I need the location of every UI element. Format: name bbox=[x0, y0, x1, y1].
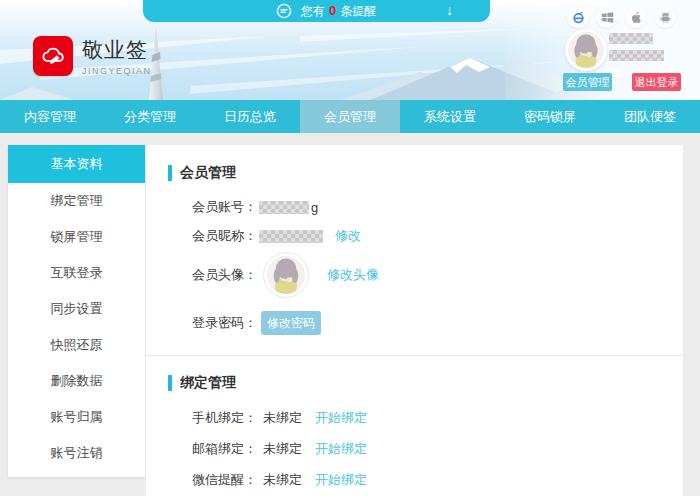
app-title: 敬业签 bbox=[82, 36, 152, 64]
sidebar: 基本资料 绑定管理 锁屏管理 互联登录 同步设置 快照还原 删除数据 账号归属 … bbox=[8, 145, 145, 477]
email-binding-row: 邮箱绑定： 未绑定 开始绑定 bbox=[192, 440, 367, 458]
phone-binding-row: 手机绑定： 未绑定 开始绑定 bbox=[192, 409, 367, 427]
phone-binding-status: 未绑定 bbox=[263, 409, 302, 427]
chat-bubble-icon bbox=[276, 3, 292, 19]
reminder-count-badge: 0 bbox=[329, 3, 336, 18]
tab-team-notes[interactable]: 团队便签 bbox=[600, 100, 700, 133]
wechat-reminder-label: 微信提醒： bbox=[192, 471, 257, 489]
sidebar-item-account-cancellation[interactable]: 账号注销 bbox=[8, 435, 145, 471]
password-row: 登录密码： 修改密码 bbox=[192, 311, 321, 335]
reminder-status-text: 您有0条提醒 bbox=[301, 0, 376, 22]
account-visible-suffix: g bbox=[311, 200, 318, 215]
modify-password-button[interactable]: 修改密码 bbox=[261, 311, 321, 335]
nickname-label: 会员昵称： bbox=[192, 227, 257, 245]
notification-bar[interactable]: 您有0条提醒 ↓ bbox=[143, 0, 490, 22]
password-label: 登录密码： bbox=[192, 314, 257, 332]
sidebar-item-binding-manage[interactable]: 绑定管理 bbox=[8, 183, 145, 219]
tab-member-manage[interactable]: 会员管理 bbox=[300, 100, 400, 133]
sidebar-item-sync-settings[interactable]: 同步设置 bbox=[8, 291, 145, 327]
cloud-pen-logo-icon bbox=[33, 36, 73, 76]
platform-icons bbox=[567, 6, 683, 28]
main-nav: 内容管理 分类管理 日历总览 会员管理 系统设置 密码锁屏 团队便签 bbox=[0, 100, 700, 133]
email-start-binding-link[interactable]: 开始绑定 bbox=[315, 440, 367, 458]
sidebar-item-snapshot-restore[interactable]: 快照还原 bbox=[8, 327, 145, 363]
blurred-username-line1 bbox=[609, 33, 653, 44]
wechat-reminder-row: 微信提醒： 未绑定 开始绑定 bbox=[192, 471, 367, 489]
android-icon[interactable] bbox=[654, 6, 676, 28]
logout-button[interactable]: 退出登录 bbox=[632, 73, 681, 91]
modify-avatar-link[interactable]: 修改头像 bbox=[327, 266, 379, 284]
email-binding-label: 邮箱绑定： bbox=[192, 440, 257, 458]
section-accent-bar bbox=[168, 165, 172, 181]
tab-content-manage[interactable]: 内容管理 bbox=[0, 100, 100, 133]
member-avatar[interactable] bbox=[263, 252, 309, 298]
modify-nickname-link[interactable]: 修改 bbox=[335, 227, 361, 245]
email-binding-status: 未绑定 bbox=[263, 440, 302, 458]
sidebar-item-lockscreen-manage[interactable]: 锁屏管理 bbox=[8, 219, 145, 255]
app-logo: 敬业签 JINGYEQIAN bbox=[33, 36, 152, 76]
windows-icon[interactable] bbox=[596, 6, 618, 28]
account-label: 会员账号： bbox=[192, 198, 257, 216]
binding-section-title: 绑定管理 bbox=[168, 374, 236, 392]
avatar-row: 会员头像： 修改头像 bbox=[192, 252, 379, 298]
main-panel: 会员管理 会员账号： g 会员昵称： 修改 会员头像： bbox=[146, 145, 683, 496]
account-row: 会员账号： g bbox=[192, 198, 318, 216]
avatar-label: 会员头像： bbox=[192, 266, 257, 284]
section-divider bbox=[146, 355, 683, 356]
sidebar-item-delete-data[interactable]: 删除数据 bbox=[8, 363, 145, 399]
sidebar-item-account-ownership[interactable]: 账号归属 bbox=[8, 399, 145, 435]
nickname-row: 会员昵称： 修改 bbox=[192, 227, 361, 245]
sidebar-item-basic-profile[interactable]: 基本资料 bbox=[8, 145, 145, 183]
header: 敬业签 JINGYEQIAN 您有0条提醒 ↓ bbox=[0, 0, 700, 100]
phone-binding-label: 手机绑定： bbox=[192, 409, 257, 427]
blurred-account-value bbox=[259, 201, 309, 214]
member-section-title: 会员管理 bbox=[168, 164, 236, 182]
sidebar-item-linked-login[interactable]: 互联登录 bbox=[8, 255, 145, 291]
wechat-reminder-status: 未绑定 bbox=[263, 471, 302, 489]
wechat-start-binding-link[interactable]: 开始绑定 bbox=[315, 471, 367, 489]
blurred-nickname-value bbox=[259, 230, 323, 243]
collapse-arrow-icon[interactable]: ↓ bbox=[446, 0, 453, 21]
tab-calendar-overview[interactable]: 日历总览 bbox=[200, 100, 300, 133]
tab-category-manage[interactable]: 分类管理 bbox=[100, 100, 200, 133]
member-manage-button[interactable]: 会员管理 bbox=[563, 73, 612, 91]
ie-browser-icon[interactable] bbox=[567, 6, 589, 28]
apple-icon[interactable] bbox=[625, 6, 647, 28]
section-accent-bar bbox=[168, 375, 172, 391]
user-avatar[interactable] bbox=[565, 29, 607, 71]
blurred-username-line2 bbox=[609, 50, 664, 61]
app-subtitle: JINGYEQIAN bbox=[82, 66, 152, 76]
tab-system-settings[interactable]: 系统设置 bbox=[400, 100, 500, 133]
tab-password-lock[interactable]: 密码锁屏 bbox=[500, 100, 600, 133]
phone-start-binding-link[interactable]: 开始绑定 bbox=[315, 409, 367, 427]
